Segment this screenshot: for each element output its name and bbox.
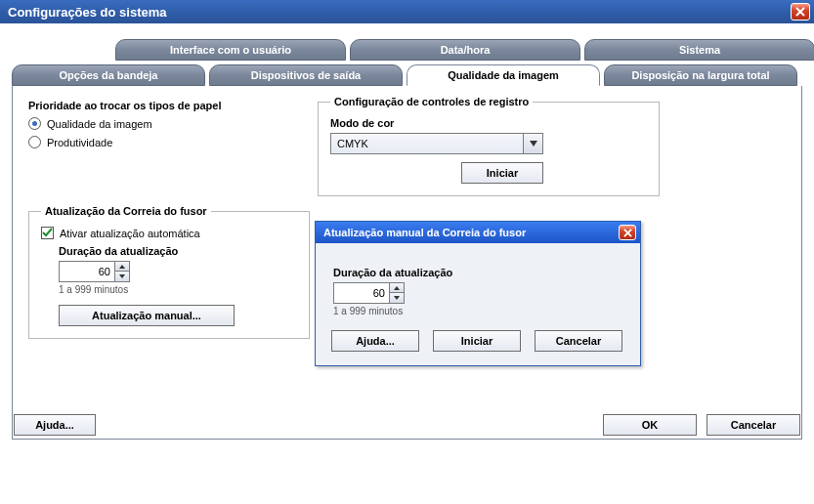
manual-update-dialog: Atualização manual da Correia do fusor D… [315,221,641,366]
modal-titlebar: Atualização manual da Correia do fusor [316,222,640,243]
tab-image-quality[interactable]: Qualidade da imagem [407,64,600,86]
modal-title: Atualização manual da Correia do fusor [323,227,526,238]
chevron-down-icon [530,141,537,147]
color-mode-label: Modo de cor [330,117,647,129]
help-button[interactable]: Ajuda... [14,414,96,436]
window-close-button[interactable] [791,3,810,21]
button-label: Ajuda... [356,335,395,347]
radio-icon [28,117,41,130]
button-label: Iniciar [461,335,493,347]
modal-duration-hint: 1 a 999 minutos [333,306,622,316]
chevron-up-icon [394,286,400,290]
duration-spinner[interactable] [59,261,130,282]
tab-label: Sistema [679,44,720,56]
tab-row-top: Interface com o usuário Data/hora Sistem… [12,39,802,61]
spinner-down-button[interactable] [390,293,404,303]
button-label: Cancelar [731,419,776,431]
radio-label: Qualidade da imagem [47,118,152,130]
dropdown-value: CMYK [337,138,368,149]
button-label: Atualização manual... [92,310,201,321]
button-label: Cancelar [556,335,601,347]
tab-interface[interactable]: Interface com o usuário [115,39,346,61]
modal-cancel-button[interactable]: Cancelar [535,330,622,352]
titlebar: Configurações do sistema [0,0,814,23]
tab-label: Disposição na largura total [631,69,769,81]
window-title: Configurações do sistema [8,5,167,20]
checkbox-label: Ativar atualização automática [60,228,200,239]
modal-start-button[interactable]: Iniciar [433,330,521,352]
registration-start-button[interactable]: Iniciar [461,162,543,184]
duration-hint: 1 a 999 minutos [59,284,297,295]
close-icon [623,229,632,237]
spinner-down-button[interactable] [115,272,129,281]
registration-config-group: Configuração de controles de registro Mo… [318,96,660,196]
spinner-up-button[interactable] [115,262,129,272]
dropdown-toggle [523,134,542,153]
ok-button[interactable]: OK [603,414,697,436]
duration-label: Duração da atualização [59,245,297,257]
manual-update-button[interactable]: Atualização manual... [59,305,235,326]
group-legend: Atualização da Correia do fusor [41,205,211,217]
tab-output-devices[interactable]: Dispositivos de saída [209,64,403,86]
tab-label: Data/hora [441,44,491,56]
dialog-footer: Ajuda... OK Cancelar [14,414,800,436]
close-icon [795,7,805,17]
chevron-down-icon [119,274,125,278]
chevron-up-icon [119,265,125,269]
tab-label: Dispositivos de saída [251,69,361,81]
chevron-down-icon [394,296,400,300]
modal-duration-label: Duração da atualização [333,267,622,278]
checkbox-icon [41,227,54,239]
modal-duration-input[interactable] [333,282,390,304]
modal-help-button[interactable]: Ajuda... [331,330,419,352]
color-mode-dropdown[interactable]: CMYK [330,133,543,154]
tab-row-bottom: Opções da bandeja Dispositivos de saída … [12,64,802,86]
radio-label: Produtividade [47,137,112,148]
tab-label: Opções da bandeja [60,69,158,81]
auto-update-checkbox[interactable]: Ativar atualização automática [41,227,297,239]
duration-input[interactable] [59,261,115,282]
spinner-up-button[interactable] [390,283,404,293]
tab-label: Interface com o usuário [170,44,291,56]
button-label: Iniciar [487,167,518,179]
group-legend: Configuração de controles de registro [330,96,533,107]
modal-duration-spinner[interactable] [333,282,405,304]
tab-full-width[interactable]: Disposição na largura total [604,64,797,86]
tab-datetime[interactable]: Data/hora [350,39,580,61]
button-label: OK [642,419,659,431]
fuser-belt-group: Atualização da Correia do fusor Ativar a… [28,205,310,339]
radio-icon [28,136,41,148]
tab-tray-options[interactable]: Opções da bandeja [12,64,205,86]
tab-label: Qualidade da imagem [448,69,559,81]
tab-system[interactable]: Sistema [584,39,814,61]
button-label: Ajuda... [35,419,74,431]
modal-close-button[interactable] [619,225,636,240]
cancel-button[interactable]: Cancelar [707,414,800,436]
